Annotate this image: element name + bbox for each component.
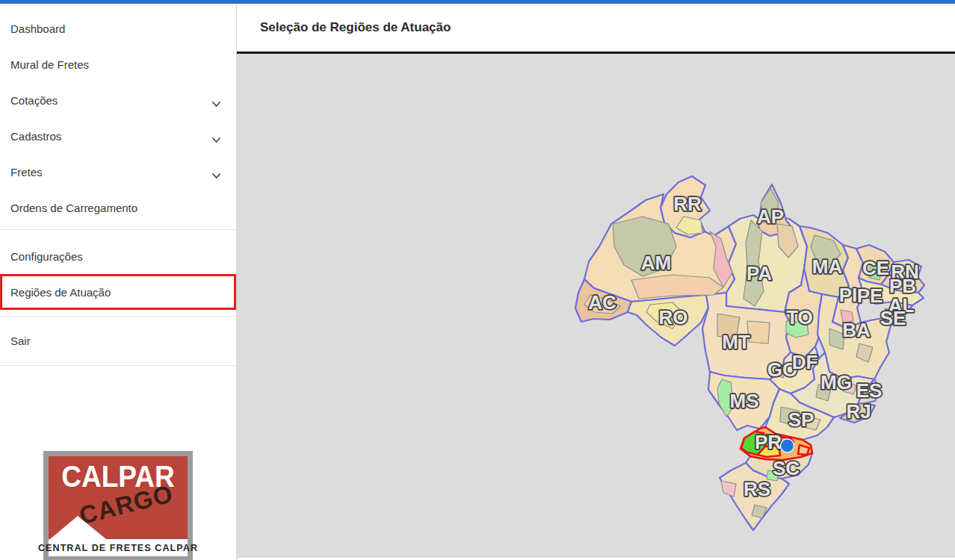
sidebar-item-label: Mural de Fretes (10, 58, 89, 71)
sidebar-divider (0, 316, 236, 317)
chevron-down-icon (211, 97, 221, 110)
sidebar: Dashboard Mural de Fretes Cotações Cadas… (0, 4, 237, 560)
logo-caption: CENTRAL DE FRETES CALPAR (49, 539, 188, 556)
sidebar-item-label: Regiões de Atuação (10, 286, 111, 299)
selected-region-marker[interactable] (781, 439, 794, 452)
sidebar-item-label: Configurações (10, 250, 83, 263)
sidebar-item-label: Cotações (10, 94, 58, 107)
sidebar-item-ordens-de-carregamento[interactable]: Ordens de Carregamento (0, 190, 236, 225)
sidebar-item-mural-de-fretes[interactable]: Mural de Fretes (0, 46, 236, 82)
sidebar-item-dashboard[interactable]: Dashboard (0, 10, 236, 46)
sidebar-item-configuracoes[interactable]: Configurações (0, 238, 236, 274)
sidebar-item-label: Cadastros (10, 130, 61, 143)
state-df[interactable] (798, 357, 812, 366)
sidebar-item-fretes[interactable]: Fretes (0, 154, 236, 190)
chevron-down-icon (211, 169, 221, 181)
chevron-down-icon (211, 133, 221, 146)
sidebar-item-label: Fretes (10, 166, 43, 178)
sidebar-item-sair[interactable]: Sair (0, 323, 236, 358)
sidebar-divider (0, 229, 236, 230)
sidebar-item-cotacoes[interactable]: Cotações (0, 82, 236, 118)
sidebar-divider (0, 365, 236, 366)
brazil-map[interactable]: RR AP AM PA MA CE RN PB PI PE AL SE AC R… (568, 168, 942, 541)
page-header: Seleção de Regiões de Atuação (237, 4, 955, 54)
map-content-area: RR AP AM PA MA CE RN PB PI PE AL SE AC R… (237, 54, 955, 558)
top-accent-bar (0, 0, 955, 4)
sidebar-item-cadastros[interactable]: Cadastros (0, 118, 236, 154)
logo-mountain-icon (50, 516, 106, 539)
sidebar-item-label: Ordens de Carregamento (10, 202, 137, 214)
logo-red-panel: CALPAR CARGO (49, 456, 188, 539)
sidebar-nav: Dashboard Mural de Fretes Cotações Cadas… (0, 4, 236, 366)
main-panel: Seleção de Regiões de Atuação (237, 4, 955, 560)
calpar-cargo-logo: CALPAR CARGO CENTRAL DE FRETES CALPAR (43, 451, 193, 560)
page-title: Seleção de Regiões de Atuação (260, 20, 451, 35)
sidebar-item-label: Dashboard (10, 22, 65, 35)
sidebar-item-label: Sair (10, 335, 31, 347)
sidebar-item-regioes-de-atuacao[interactable]: Regiões de Atuação (0, 274, 236, 310)
